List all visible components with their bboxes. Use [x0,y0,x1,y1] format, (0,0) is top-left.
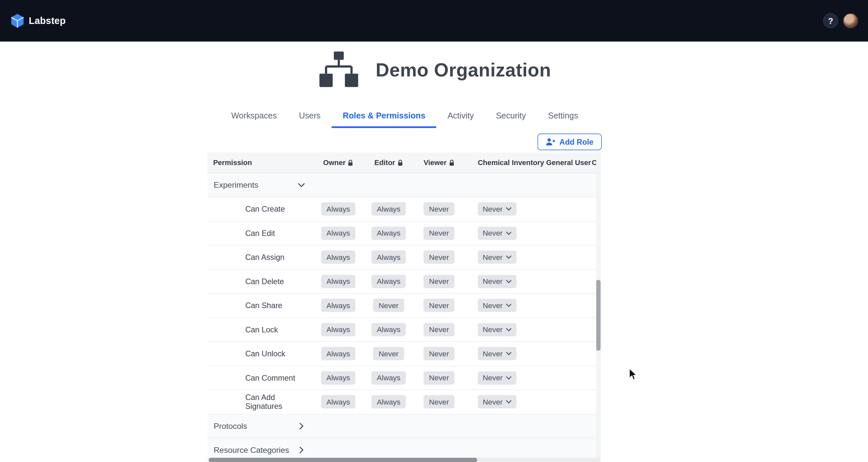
select-value: Never [483,229,503,237]
page: Labstep ? Demo Organization Wor [0,0,868,462]
owner-value-badge: Always [321,299,355,312]
labstep-logo-icon [10,13,25,29]
chevron-down-icon [506,280,512,283]
owner-value-badge: Always [321,226,355,240]
select-value: Never [483,350,503,357]
help-button[interactable]: ? [823,13,838,29]
help-question-icon: ? [828,16,833,26]
table-row: Can Add Signatures Always Always Never N… [208,390,600,414]
permission-label: Can Unlock [213,349,313,358]
chevron-down-icon [506,304,512,307]
editor-value-badge: Always [371,251,406,264]
permission-label: Can Comment [213,373,313,382]
topbar: Labstep ? [0,0,868,42]
viewer-value-badge: Never [424,299,455,312]
tab-settings[interactable]: Settings [537,106,589,128]
add-role-label: Add Role [560,138,594,146]
viewer-header-label: Viewer [424,158,446,167]
editor-value-badge: Always [371,275,406,288]
table-row: Can Create Always Always Never Never [208,197,600,221]
chevron-right-icon [299,422,304,430]
viewer-value-badge: Never [424,371,455,384]
vertical-scrollbar-thumb[interactable] [596,280,601,351]
chemical-permission-select[interactable]: Never [477,275,516,288]
chevron-down-icon [506,328,512,331]
tab-users[interactable]: Users [288,106,332,128]
chevron-down-icon [506,352,512,355]
viewer-value-badge: Never [424,275,455,288]
chemical-permission-select[interactable]: Never [477,395,516,409]
add-role-button[interactable]: Add Role [537,134,602,150]
permission-label: Can Edit [213,229,313,237]
chemical-permission-select[interactable]: Never [477,347,516,360]
permission-label: Can Lock [213,325,313,334]
user-plus-icon [546,138,555,146]
editor-header-label: Editor [374,158,395,167]
editor-value-badge: Never [373,347,404,360]
owner-header-label: Owner [323,158,345,167]
column-header-chemical-inventory-general-user: Chemical Inventory General User [464,158,592,167]
column-header-owner: Owner [313,158,364,167]
page-title: Demo Organization [376,59,551,81]
group-row-protocols[interactable]: Protocols [208,414,600,438]
lock-icon [348,160,353,166]
select-value: Never [483,254,503,261]
chevron-down-icon [506,231,512,235]
horizontal-scrollbar-thumb[interactable] [209,457,477,462]
viewer-value-badge: Never [424,226,455,240]
owner-value-badge: Always [321,323,355,336]
chemical-permission-select[interactable]: Never [477,251,516,264]
chemical-permission-select[interactable]: Never [477,323,516,336]
viewer-value-badge: Never [424,202,455,216]
tab-roles-permissions[interactable]: Roles & Permissions [332,106,437,128]
owner-value-badge: Always [321,371,355,384]
select-value: Never [483,398,503,406]
column-header-editor: Editor [364,158,414,167]
chevron-down-icon [506,207,512,211]
topbar-right: ? [823,13,858,29]
chemical-permission-select[interactable]: Never [477,371,516,384]
chevron-down-icon [298,183,305,187]
tab-workspaces[interactable]: Workspaces [220,106,288,128]
table-row: Can Assign Always Always Never Never [208,246,600,269]
editor-value-badge: Never [373,299,404,312]
owner-value-badge: Always [321,395,355,409]
group-row-experiments[interactable]: Experiments [208,174,600,198]
chevron-down-icon [506,256,512,259]
owner-value-badge: Always [321,251,355,264]
mouse-cursor [629,368,638,383]
viewer-value-badge: Never [424,251,455,264]
sitemap-icon [317,52,360,88]
table-header-row: Permission Owner Editor [208,152,600,173]
editor-value-badge: Always [371,202,406,216]
permission-label: Can Delete [213,277,313,286]
select-value: Never [483,205,503,213]
user-avatar[interactable] [843,13,858,29]
viewer-value-badge: Never [424,347,455,360]
table-row: Can Edit Always Always Never Never [208,222,600,246]
chemical-permission-select[interactable]: Never [477,299,516,312]
lock-icon [397,160,403,166]
editor-value-badge: Always [371,226,406,240]
column-header-permission: Permission [208,158,313,167]
group-label: Experiments [208,181,258,190]
tab-security[interactable]: Security [485,106,537,128]
horizontal-scrollbar[interactable] [208,457,600,462]
owner-value-badge: Always [321,202,355,216]
table-row: Can Unlock Always Never Never Never [208,342,600,366]
tab-bar: Workspaces Users Roles & Permissions Act… [208,106,601,128]
select-value: Never [483,302,503,310]
permission-label: Can Assign [213,253,313,262]
permissions-table: Permission Owner Editor [208,152,600,462]
tab-activity[interactable]: Activity [436,106,485,128]
labstep-logo[interactable]: Labstep [10,13,66,29]
table-row: Can Delete Always Always Never Never [208,270,600,294]
editor-value-badge: Always [371,371,406,384]
chemical-permission-select[interactable]: Never [477,226,516,240]
viewer-value-badge: Never [424,395,455,409]
chemical-permission-select[interactable]: Never [477,202,516,216]
table-row: Can Comment Always Always Never Never [208,366,600,390]
vertical-scrollbar[interactable] [596,152,601,461]
permission-label: Can Create [213,205,313,213]
column-header-viewer: Viewer [414,158,464,167]
